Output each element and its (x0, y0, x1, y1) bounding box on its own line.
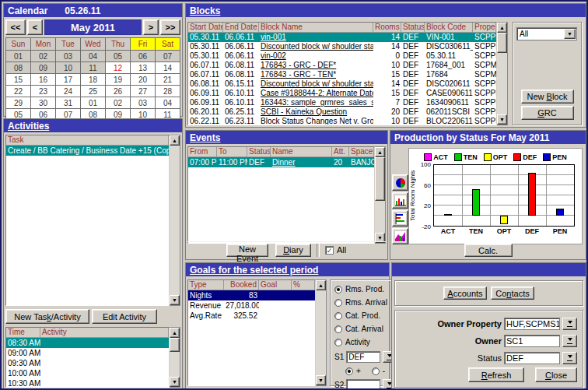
column-header-end-date[interactable]: End Date (223, 23, 259, 33)
scroll-track[interactable] (375, 157, 385, 233)
column-header-type[interactable]: Type (188, 280, 224, 290)
column-header-to[interactable]: To (217, 147, 247, 157)
blocks-scrollbar[interactable]: ▲ ▼ (497, 22, 508, 125)
scroll-track[interactable] (497, 33, 507, 114)
bar-chart-button[interactable] (392, 192, 408, 209)
column-header-status[interactable]: Status (247, 147, 271, 157)
scroll-track[interactable] (170, 338, 180, 377)
calendar-day[interactable]: 30 (31, 97, 55, 108)
column-header-att-[interactable]: Att. (332, 147, 349, 157)
owner-input[interactable]: SC1 (504, 335, 560, 347)
scroll-thumb[interactable] (497, 33, 507, 53)
diary-button[interactable]: Diary (275, 244, 311, 257)
calendar-day[interactable]: 04 (156, 97, 180, 108)
calendar-day[interactable]: 14 (156, 62, 180, 73)
table-row[interactable]: 06.09.1106.10.11Case #9188844-2: Alterna… (188, 89, 496, 98)
s1-input[interactable]: DEF (346, 351, 380, 363)
owner-property-dropdown-button[interactable] (562, 318, 577, 330)
task-table[interactable]: TaskCreate / BB Catering / Business Date… (5, 135, 170, 306)
calendar-day[interactable]: 05 (106, 51, 130, 61)
column-header-property[interactable]: Property (473, 23, 496, 33)
goals-scrollbar[interactable]: ▲ ▼ (316, 279, 327, 386)
blocks-filter-combo[interactable]: All ▼ (516, 27, 577, 40)
calendar-day[interactable]: 07 (156, 51, 180, 61)
calendar-day[interactable]: 01 (81, 97, 105, 108)
calendar-day[interactable]: 04 (81, 51, 105, 61)
table-row[interactable]: 05.30.1106.06.11vin-00114DEFVIN-001SCPPL (188, 33, 496, 42)
calendar-last-button[interactable]: >> (160, 19, 180, 35)
owner-property-input[interactable]: HUF,SCPMS1,SC (504, 318, 560, 330)
radio-rms-arrival[interactable]: Rms. Arrival (334, 296, 396, 309)
table-row[interactable]: Avg.Rate325.52 (188, 311, 315, 321)
status-dropdown-button[interactable] (562, 352, 577, 364)
calendar-day[interactable]: 08 (6, 62, 30, 73)
new-task-activity-button[interactable]: New Task/Activity (5, 309, 89, 324)
calendar-day[interactable]: 20 (131, 74, 155, 85)
status-input[interactable]: DEF (504, 352, 560, 364)
goals-table[interactable]: TypeBookedGoal%Nights83Revenue27,018.00A… (187, 279, 316, 386)
calendar-day[interactable]: 21 (156, 74, 180, 85)
column-header-activity[interactable]: Activity (40, 328, 169, 338)
table-row[interactable]: Revenue27,018.00 (188, 300, 315, 311)
calendar-day[interactable]: 15 (6, 74, 30, 85)
events-table[interactable]: FromToStatusNameAtt.Space07:00 PM11:00 P… (187, 146, 375, 244)
column-header-rooms[interactable]: Rooms (373, 23, 401, 33)
contacts-button[interactable]: Contacts (491, 286, 534, 300)
table-row[interactable]: 09:30 AM (6, 358, 169, 368)
three-d-chart-button[interactable] (392, 228, 408, 244)
calendar-day[interactable]: 13 (131, 62, 155, 73)
time-scrollbar[interactable]: ▲ ▼ (170, 327, 180, 388)
radio-cat-arrival[interactable]: Cat. Arrival (334, 322, 396, 336)
calendar-day[interactable]: 29 (6, 97, 30, 108)
radio-cat-prod-[interactable]: Cat. Prod. (334, 309, 396, 322)
scroll-thumb[interactable] (170, 338, 180, 352)
table-row[interactable]: 10:30 AM (6, 378, 169, 388)
calc-button[interactable]: Calc. (464, 244, 513, 257)
calendar-first-button[interactable]: << (5, 19, 26, 35)
radio-minus[interactable]: - (372, 367, 385, 375)
scroll-down-icon[interactable]: ▼ (497, 114, 507, 125)
column-header-goal[interactable]: Goal (259, 280, 292, 290)
pie-chart-button[interactable] (392, 174, 408, 191)
table-row[interactable]: 06.09.1106.10.11163443: sample_grmres_sa… (188, 98, 496, 107)
column-header-time[interactable]: Time (6, 328, 40, 338)
calendar-day[interactable]: 17 (56, 74, 80, 85)
column-header-name[interactable]: Name (271, 147, 332, 157)
calendar-day[interactable]: 22 (6, 86, 30, 97)
column-header-status[interactable]: Status (401, 23, 425, 33)
all-checkbox[interactable]: ✓ All (325, 245, 346, 255)
calendar-day[interactable]: 02 (31, 51, 55, 61)
calendar-day[interactable]: 01 (6, 51, 30, 61)
table-row[interactable]: 05.30.1106.06.11Discounted block w/ shou… (188, 42, 496, 51)
horizontal-bar-chart-button[interactable] (392, 210, 408, 227)
table-row[interactable]: 09:00 AM (6, 348, 169, 358)
column-header-space[interactable]: Space (349, 147, 374, 157)
table-row[interactable]: 06.07.1106.08.11176843 - GRC - TEN*15DEF… (188, 70, 496, 79)
new-event-button[interactable]: New Event (226, 244, 268, 257)
scroll-up-icon[interactable]: ▲ (170, 135, 180, 146)
scroll-track[interactable] (316, 290, 326, 375)
scroll-down-icon[interactable]: ▼ (170, 295, 180, 305)
radio-rms-prod-[interactable]: Rms. Prod. (334, 283, 396, 296)
table-row[interactable]: 06.07.1106.08.11176843 - GRC - DEF*10DEF… (188, 61, 496, 70)
blocks-table[interactable]: Start DateEnd DateBlock NameRoomsStatusB… (187, 22, 497, 125)
scroll-up-icon[interactable]: ▲ (497, 23, 507, 33)
calendar-next-button[interactable]: > (143, 19, 159, 35)
scroll-track[interactable] (170, 146, 180, 295)
new-block-button[interactable]: New Block (521, 90, 574, 104)
calendar-day[interactable]: 31 (56, 97, 80, 108)
scroll-up-icon[interactable]: ▲ (316, 280, 326, 290)
grc-button[interactable]: GRC (521, 106, 574, 120)
calendar-day[interactable]: 25 (81, 86, 105, 97)
table-row[interactable]: 06.20.1106.25.11SCBI - Kaineka Question2… (188, 107, 496, 117)
calendar-day[interactable]: 11 (81, 62, 105, 73)
events-scrollbar[interactable]: ▲ ▼ (375, 146, 386, 244)
calendar-day[interactable]: 06 (131, 51, 155, 61)
column-header-task[interactable]: Task (6, 135, 169, 146)
owner-dropdown-button[interactable] (562, 335, 577, 347)
column-header-booked[interactable]: Booked (224, 280, 259, 290)
calendar-day[interactable]: 02 (106, 97, 130, 108)
table-row[interactable]: Nights83 (188, 290, 315, 300)
table-row[interactable]: 08:30 AM (6, 338, 169, 348)
task-scrollbar[interactable]: ▲ ▼ (170, 135, 180, 306)
